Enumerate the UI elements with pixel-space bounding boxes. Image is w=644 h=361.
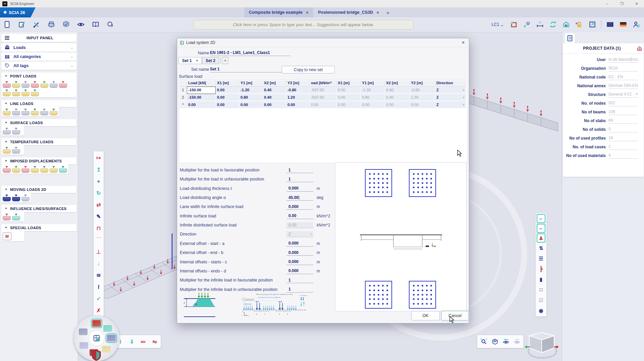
field-input-4[interactable]: 45.00 (286, 195, 313, 201)
dialog-titlebar[interactable]: Load system 2D ✕ (177, 38, 469, 47)
tools-icon[interactable] (31, 19, 42, 30)
load-icon-4[interactable] (31, 81, 39, 88)
cell[interactable]: -1.20 (239, 87, 263, 94)
cell[interactable]: -0.80 (286, 87, 310, 94)
field-input-14[interactable]: 1 (286, 287, 313, 293)
load-icon-4[interactable] (31, 166, 39, 173)
cell[interactable]: 0.00 (336, 101, 361, 109)
field-input-11[interactable]: 0.000 (286, 259, 313, 265)
load-icon-1[interactable]: M (3, 233, 11, 240)
load-icon-3[interactable] (21, 108, 30, 115)
column-header[interactable]: Y1 [m] (361, 80, 385, 87)
load-icon-1[interactable] (3, 213, 11, 220)
field-input-1[interactable]: 1 (286, 167, 313, 173)
section-header-influence-lines-surfaces[interactable]: ▼INFLUENCE LINES/SURFACES (1, 205, 76, 212)
paintbrush-icon[interactable]: ✎ (94, 211, 103, 222)
cell[interactable]: 0.00 (385, 101, 410, 109)
project-tab-2[interactable]: Postensioned bridge_CS3D✕ (313, 7, 384, 17)
storey-icon[interactable]: M (560, 19, 572, 30)
load-icon-7[interactable] (59, 166, 67, 173)
dimension-icon[interactable]: m (534, 19, 546, 30)
section-header-temperature-loads[interactable]: ▼TEMPERATURE LOADS (1, 138, 76, 145)
load-list-icon[interactable]: ⇓ (127, 337, 137, 346)
field-input-12[interactable]: 0.000 (286, 268, 313, 274)
check-structure-icon[interactable] (60, 19, 72, 30)
rotate-icon[interactable]: ↻ (94, 187, 103, 199)
cell[interactable]: 1.20 (410, 94, 435, 101)
cell[interactable]: 0.80 (239, 94, 263, 101)
hidden-view-icon[interactable] (512, 337, 522, 346)
minimize-button[interactable]: – (600, 0, 614, 7)
stretch-icon[interactable]: ⇄ (94, 199, 103, 211)
load-icon-3[interactable] (21, 81, 30, 88)
load-icon-2[interactable] (12, 127, 20, 135)
column-header[interactable]: Y2 [m] (410, 80, 435, 87)
cell[interactable]: -1.20 (361, 87, 385, 94)
column-header[interactable]: Y1 [m] (239, 80, 263, 87)
load-case-dropdown[interactable]: LC1 ⌄ (492, 22, 504, 27)
set-tab-1[interactable]: Set 1✕ (178, 57, 202, 64)
radial-books-gray[interactable] (79, 328, 88, 335)
dialog-close-button[interactable]: ✕ (458, 40, 469, 45)
load-icon-1[interactable] (3, 166, 11, 173)
load-icon-1[interactable] (3, 108, 11, 115)
cell[interactable]: 0.80 (361, 94, 385, 101)
eu-flag-icon[interactable] (604, 19, 616, 30)
load-icon-2[interactable] (12, 81, 20, 88)
load-icon-2[interactable] (12, 194, 20, 201)
column-header[interactable]: X2 [m] (263, 80, 286, 87)
row-selector[interactable]: 2 (179, 94, 187, 101)
user-search-icon[interactable] (631, 19, 642, 30)
cell[interactable]: 0.00 (239, 101, 263, 109)
edit-project-icon[interactable] (16, 19, 28, 30)
visibility-icon[interactable] (75, 19, 87, 30)
copy-to-new-set-button[interactable]: Copy to new set (282, 66, 335, 73)
table-frame-icon[interactable]: ⊓ (94, 222, 103, 234)
section-header-moving-loads-2d[interactable]: ▼MOVING LOADS 2D (1, 186, 76, 193)
field-input-2[interactable]: 1 (286, 176, 313, 182)
delete-table-icon[interactable]: ✗ (94, 305, 103, 316)
field-input-3[interactable]: 0.000 (286, 186, 313, 192)
column-header[interactable]: Y2 [m] (286, 80, 310, 87)
cell[interactable]: 0.40 (385, 87, 410, 94)
direction-cell[interactable]: Z∨ (435, 101, 466, 109)
render-mode-icon[interactable]: ▮ (537, 274, 545, 285)
load-icon-3[interactable] (21, 166, 30, 173)
help-icon[interactable]: ? (105, 19, 116, 30)
cell[interactable]: -150.00 (187, 94, 216, 101)
load-icon-3[interactable] (21, 194, 30, 201)
new-project-icon[interactable] (1, 19, 13, 30)
load-icon-5[interactable] (40, 108, 48, 115)
search-input[interactable]: Click here or press Space to type your t… (193, 20, 414, 30)
radial-frame-red[interactable] (92, 320, 101, 327)
beam-multi-list-icon[interactable]: ⇋ (150, 337, 159, 346)
arch-bridge-icon[interactable]: ⌒ (94, 234, 103, 246)
name-input[interactable]: EN 1991-2 - LM1_Lane1_Class1 (210, 50, 290, 56)
field-input-10[interactable]: 0.000 (286, 250, 313, 256)
restore-button[interactable]: ❐ (614, 0, 629, 7)
column-header[interactable]: Load [kN] (187, 80, 216, 87)
print-icon[interactable] (46, 19, 57, 30)
tab-close-icon[interactable]: ✕ (306, 11, 309, 14)
load-icon-11[interactable] (31, 89, 39, 96)
cell[interactable]: 1.20 (286, 94, 310, 101)
snap-point-icon[interactable]: ↓ (94, 258, 103, 269)
load-icon-4[interactable] (31, 108, 39, 115)
load-icon-1[interactable] (3, 127, 11, 135)
project-tab-1[interactable]: Composite bridge example✕ (244, 7, 313, 17)
cell[interactable]: 0.40 (263, 87, 286, 94)
radial-hub-button[interactable] (89, 330, 105, 346)
load-icon-2[interactable] (12, 166, 20, 173)
column-header[interactable] (179, 80, 187, 87)
cell[interactable]: 0.00 (336, 94, 361, 101)
load-icon-9[interactable] (12, 89, 20, 96)
grid-check-icon[interactable]: ☑ (537, 295, 545, 305)
section-icon[interactable]: I (94, 281, 103, 293)
cell[interactable]: -150.00 (187, 87, 216, 94)
view-cube-icon[interactable] (490, 337, 499, 346)
load-icon-8[interactable] (3, 89, 11, 96)
support-frame-icon[interactable]: ⊥ (94, 246, 103, 258)
load-display-icon[interactable]: ⇅ (537, 243, 545, 253)
selection-box-icon[interactable] (508, 19, 520, 30)
add-set-button[interactable]: + (222, 57, 228, 64)
